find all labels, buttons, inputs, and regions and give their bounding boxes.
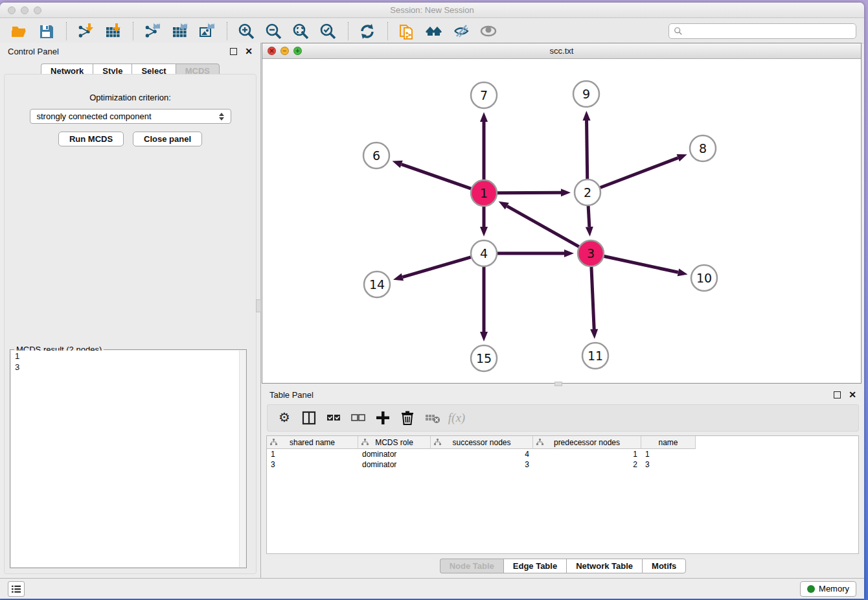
table-cell[interactable]: 1 (641, 449, 696, 459)
show-all-icon (480, 23, 497, 40)
select-all-button[interactable] (323, 408, 344, 428)
table-cell[interactable]: 4 (431, 449, 533, 459)
edge-2-3[interactable] (588, 206, 589, 227)
first-neighbors-button[interactable] (423, 21, 445, 41)
deselect-all-button[interactable] (348, 408, 369, 428)
float-panel-icon[interactable] (230, 48, 237, 55)
delete-column-button[interactable] (397, 408, 418, 428)
control-panel: Control Panel ✕ NetworkStyleSelectMCDS O… (0, 43, 261, 578)
float-table-panel-icon[interactable] (834, 391, 841, 398)
save-session-button[interactable] (35, 21, 57, 41)
edge-3-1[interactable] (507, 206, 579, 247)
refresh-button[interactable] (356, 21, 378, 41)
column-layout-button[interactable] (299, 408, 319, 428)
network-graph[interactable]: 7968124314101511 (262, 59, 861, 383)
criterion-value: strongly connected component (37, 111, 219, 121)
import-network-icon (77, 23, 94, 40)
table-row[interactable]: 3dominator323 (267, 459, 858, 470)
arrowhead-icon (480, 332, 488, 341)
node-label: 2 (584, 185, 591, 200)
node-table: shared nameMCDS rolesuccessor nodesprede… (266, 435, 859, 554)
column-header-predecessor-nodes[interactable]: predecessor nodes (533, 436, 641, 449)
node-label: 6 (372, 148, 380, 163)
settings-button[interactable]: ⚙ (274, 408, 295, 428)
table-row[interactable]: 1dominator411 (267, 449, 858, 459)
column-type-icon (536, 439, 543, 446)
task-history-button[interactable] (8, 581, 25, 597)
tab-node-table[interactable]: Node Table (440, 559, 503, 573)
result-scrollbar[interactable] (239, 351, 246, 567)
import-table-button[interactable] (102, 21, 124, 41)
column-header-successor-nodes[interactable]: successor nodes (431, 436, 533, 449)
criterion-dropdown[interactable]: strongly connected component (30, 109, 231, 124)
horizontal-splitter-handle[interactable] (554, 382, 562, 386)
tab-motifs[interactable]: Motifs (642, 559, 686, 573)
table-cell[interactable]: 3 (641, 459, 696, 470)
tab-network-table[interactable]: Network Table (566, 559, 642, 573)
close-table-panel-icon[interactable]: ✕ (849, 390, 856, 399)
import-table-icon (104, 23, 121, 40)
table-cell[interactable]: 2 (533, 459, 641, 470)
node-label: 11 (588, 349, 603, 363)
table-cell[interactable]: 1 (533, 449, 641, 459)
table-cell[interactable]: dominator (358, 449, 431, 459)
toolbar-separator (66, 22, 67, 40)
edge-1-6[interactable] (402, 165, 471, 189)
edge-3-10[interactable] (604, 256, 678, 272)
open-file-button[interactable] (8, 21, 30, 41)
zoom-out-icon (265, 23, 282, 40)
zoom-selected-icon (319, 23, 336, 40)
zoom-fit-button[interactable] (290, 21, 312, 41)
arrowhead-icon (590, 329, 598, 339)
edge-2-9[interactable] (587, 121, 588, 179)
search-icon (674, 27, 683, 36)
edge-1-2[interactable] (497, 192, 561, 193)
export-network-button[interactable] (141, 21, 163, 41)
clone-network-icon (398, 23, 415, 40)
table-cell[interactable]: dominator (358, 459, 431, 470)
search-input[interactable] (686, 26, 851, 36)
run-mcds-button[interactable]: Run MCDS (58, 132, 124, 146)
dropdown-stepper-icon (219, 113, 224, 121)
arrowhead-icon (393, 273, 404, 281)
column-header-shared-name[interactable]: shared name (267, 436, 358, 449)
clone-network-button[interactable] (396, 21, 418, 41)
table-panel-title: Table Panel (269, 390, 314, 400)
toolbar-separator (387, 22, 388, 40)
column-header-MCDS-role[interactable]: MCDS role (358, 436, 431, 449)
show-all-button[interactable] (477, 21, 499, 41)
table-cell[interactable]: 3 (431, 459, 533, 470)
column-label: shared name (290, 438, 335, 447)
column-label: MCDS role (375, 438, 413, 447)
edge-4-14[interactable] (402, 257, 470, 277)
memory-label: Memory (819, 584, 849, 594)
arrowhead-icon (583, 111, 591, 121)
import-network-button[interactable] (74, 21, 97, 41)
hide-selected-button[interactable] (450, 21, 472, 41)
table-panel: Table Panel ✕ ⚙f(x) shared nameMCDS role… (262, 386, 864, 577)
zoom-selected-button[interactable] (317, 21, 339, 41)
close-panel-button[interactable]: Close panel (133, 132, 202, 146)
table-cell[interactable]: 3 (267, 459, 358, 470)
vertical-splitter-handle[interactable] (256, 299, 261, 312)
export-table-button[interactable] (168, 21, 190, 41)
node-label: 7 (480, 88, 488, 102)
mcds-result-list[interactable]: 13 (11, 351, 246, 567)
add-column-button[interactable] (372, 408, 393, 428)
select-all-icon (325, 410, 342, 426)
zoom-in-button[interactable] (235, 21, 257, 41)
table-cell[interactable]: 1 (267, 449, 358, 459)
close-panel-icon[interactable]: ✕ (245, 47, 253, 56)
network-canvas[interactable]: 7968124314101511 (262, 59, 861, 383)
control-panel-title: Control Panel (8, 47, 59, 56)
export-image-button[interactable] (196, 21, 218, 41)
search-field[interactable] (668, 23, 856, 39)
network-titlebar[interactable]: ✕ − + scc.txt (262, 43, 861, 59)
zoom-out-button[interactable] (262, 21, 284, 41)
memory-button[interactable]: Memory (800, 581, 856, 597)
column-header-name[interactable]: name (641, 436, 696, 449)
tab-edge-table[interactable]: Edge Table (503, 559, 566, 573)
node-label: 1 (480, 186, 488, 200)
edge-2-8[interactable] (600, 158, 678, 188)
edge-3-11[interactable] (591, 267, 594, 329)
